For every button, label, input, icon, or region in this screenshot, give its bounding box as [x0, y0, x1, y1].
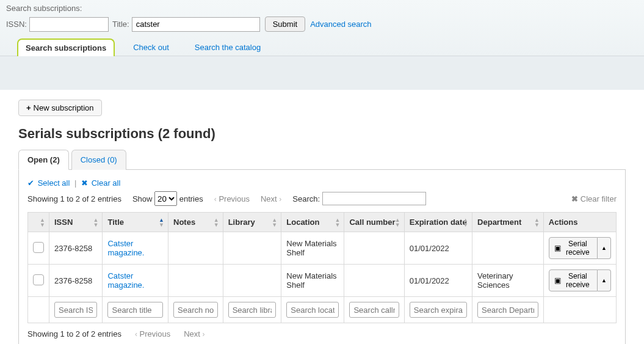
column-filter-row — [28, 297, 617, 323]
filter-callnumber[interactable] — [349, 302, 399, 318]
cell-department — [472, 232, 544, 265]
tab-closed[interactable]: Closed (0) — [71, 150, 126, 170]
divider: | — [74, 178, 76, 188]
tab-search-catalog[interactable]: Search the catalog — [187, 39, 268, 56]
table-row: 2376-8258 Catster magazine. New Material… — [28, 232, 617, 265]
tab-search-subscriptions[interactable]: Search subscriptions — [17, 38, 115, 56]
chevron-right-icon: › — [279, 195, 281, 203]
cell-issn: 2376-8258 — [49, 265, 103, 297]
cell-expiration: 01/01/2022 — [404, 232, 472, 265]
inbox-icon: ▣ — [554, 276, 561, 285]
cell-callnumber — [344, 232, 404, 265]
new-subscription-label: New subscription — [34, 103, 94, 112]
title-input[interactable] — [132, 17, 260, 32]
chevron-right-icon: › — [203, 330, 205, 339]
action-dropdown-toggle[interactable]: ▲ — [598, 269, 611, 291]
close-icon: ✖ — [571, 194, 578, 203]
table-search-input[interactable] — [322, 192, 426, 205]
serial-receive-button[interactable]: ▣ Serial receive — [549, 237, 598, 259]
col-notes[interactable]: Notes ▲▼ — [168, 213, 223, 232]
chevron-left-icon: ‹ — [214, 195, 217, 203]
pager-previous-top[interactable]: ‹ Previous — [214, 194, 250, 203]
cell-title-link[interactable]: Catster magazine. — [107, 239, 144, 257]
col-title[interactable]: Title ▲▼ — [103, 213, 168, 232]
filter-notes[interactable] — [173, 302, 218, 318]
entries-label: entries — [179, 194, 203, 203]
cell-location: New Materials Shelf — [281, 265, 344, 297]
tab-check-out[interactable]: Check out — [126, 39, 176, 56]
filter-department[interactable] — [477, 302, 538, 318]
submit-button[interactable]: Submit — [265, 16, 305, 32]
cell-notes — [168, 265, 223, 297]
col-department[interactable]: Department ▲▼ — [472, 213, 544, 232]
cell-issn: 2376-8258 — [49, 232, 103, 265]
row-checkbox[interactable] — [33, 242, 44, 253]
col-expiration[interactable]: Expiration date ▲▼ — [404, 213, 472, 232]
select-all-link[interactable]: Select all — [38, 178, 70, 188]
searchbar-title: Search subscriptions: — [6, 4, 638, 13]
filter-library[interactable] — [228, 302, 277, 318]
chevron-left-icon: ‹ — [135, 330, 137, 339]
pager-next-top[interactable]: Next › — [261, 194, 281, 203]
col-issn[interactable]: ISSN ▲▼ — [49, 213, 103, 232]
showing-entries-top: Showing 1 to 2 of 2 entries — [27, 194, 121, 203]
table-search-label: Search: — [292, 194, 320, 203]
col-check[interactable]: ▲▼ — [28, 213, 49, 232]
cell-title-link[interactable]: Catster magazine. — [107, 271, 144, 290]
filter-expiration[interactable] — [410, 302, 467, 318]
col-location[interactable]: Location ▲▼ — [281, 213, 344, 232]
pager-next-bottom[interactable]: Next › — [184, 329, 204, 339]
clear-all-link[interactable]: Clear all — [92, 178, 121, 188]
check-icon: ✔ — [27, 178, 34, 188]
col-callnumber[interactable]: Call number ▲▼ — [344, 213, 404, 232]
page-heading: Serials subscriptions (2 found) — [18, 126, 626, 142]
cell-location: New Materials Shelf — [281, 232, 344, 265]
inbox-icon: ▣ — [554, 244, 561, 252]
row-checkbox[interactable] — [33, 274, 44, 285]
filter-location[interactable] — [286, 302, 339, 318]
caret-up-icon: ▲ — [601, 245, 607, 251]
col-library[interactable]: Library ▲▼ — [223, 213, 281, 232]
cell-library — [223, 265, 281, 297]
filter-title[interactable] — [107, 302, 163, 318]
new-subscription-button[interactable]: + New subscription — [18, 100, 102, 116]
issn-label: ISSN: — [6, 20, 27, 29]
cell-library — [223, 232, 281, 265]
action-dropdown-toggle[interactable]: ▲ — [598, 237, 611, 259]
serial-receive-button[interactable]: ▣ Serial receive — [549, 269, 598, 291]
show-label: Show — [132, 194, 153, 203]
showing-entries-bottom: Showing 1 to 2 of 2 entries — [27, 329, 121, 339]
clear-filter-button[interactable]: ✖ Clear filter — [571, 194, 617, 203]
show-entries-select[interactable]: 20 — [154, 191, 177, 206]
tab-open[interactable]: Open (2) — [18, 150, 69, 170]
clear-icon: ✖ — [81, 178, 88, 188]
advanced-search-link[interactable]: Advanced search — [310, 20, 371, 29]
pager-previous-bottom[interactable]: ‹ Previous — [135, 329, 170, 339]
issn-input[interactable] — [29, 17, 109, 32]
caret-up-icon: ▲ — [601, 277, 607, 284]
cell-department: Veterinary Sciences — [472, 265, 544, 297]
cell-notes — [168, 232, 223, 265]
plus-icon: + — [26, 103, 31, 112]
cell-expiration: 01/01/2022 — [404, 265, 472, 297]
filter-issn[interactable] — [54, 302, 97, 318]
title-label: Title: — [112, 20, 129, 29]
table-row: 2376-8258 Catster magazine. New Material… — [28, 265, 617, 297]
cell-callnumber — [344, 265, 404, 297]
col-actions: Actions — [543, 213, 616, 232]
